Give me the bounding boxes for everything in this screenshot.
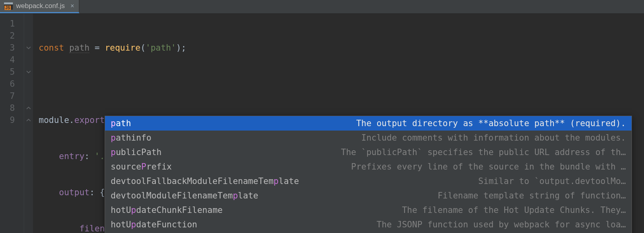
keyword: const [39,43,64,53]
autocomplete-item-description: The `publicPath` specifies the public UR… [171,145,626,159]
autocomplete-item-name: devtoolFallbackModuleFilenameTemplate [111,174,309,188]
line-number: 9 [0,114,24,126]
autocomplete-item-description: The filename of the Hot Update Chunks. T… [232,203,626,217]
line-number: 6 [0,78,24,90]
autocomplete-item-name: pathinfo [111,131,161,145]
fold-close-icon[interactable] [24,114,33,126]
autocomplete-item-name: sourcePrefix [111,159,182,174]
line-number-gutter: 1 2 3 4 5 6 7 8 9 [0,14,24,233]
autocomplete-item-description: The output directory as **absolute path*… [141,116,626,131]
line-number: 7 [0,90,24,102]
string: 'path' [146,43,176,53]
autocomplete-item[interactable]: devtoolFallbackModuleFilenameTemplateSim… [105,174,632,188]
fold-open-icon[interactable] [24,66,33,78]
autocomplete-item-name: path [111,116,141,131]
autocomplete-item-name: publicPath [111,145,171,159]
autocomplete-item[interactable]: sourcePrefixPrefixes every line of the s… [105,159,632,174]
fold-close-icon[interactable] [24,102,33,114]
autocomplete-item[interactable]: publicPathThe `publicPath` specifies the… [105,145,632,159]
line-number: 8 [0,102,24,114]
autocomplete-item-description: Include comments with information about … [161,131,626,145]
autocomplete-item-description: Filename template string of function… [268,188,626,203]
close-icon[interactable]: × [70,2,74,10]
autocomplete-item-name: hotUpdateFunction [111,217,207,232]
editor-tab[interactable]: webpack.conf.js × [0,0,79,13]
autocomplete-item-name: devtoolModuleFilenameTemplate [111,188,268,203]
js-file-icon [4,2,13,10]
line-number: 1 [0,18,24,30]
autocomplete-item[interactable]: hotUpdateChunkFilenameThe filename of th… [105,203,632,217]
line-number: 5 [0,66,24,78]
autocomplete-item-description: The JSONP function used by webpack for a… [207,217,626,232]
line-number: 4 [0,54,24,66]
autocomplete-item-description: Prefixes every line of the source in the… [182,159,626,174]
identifier: path [69,43,90,53]
autocomplete-item[interactable]: pathThe output directory as **absolute p… [105,116,632,131]
autocomplete-popup: pathThe output directory as **absolute p… [105,116,632,233]
fold-open-icon[interactable] [24,42,33,54]
fold-gutter [24,14,33,233]
tab-filename: webpack.conf.js [16,2,65,10]
tab-bar: webpack.conf.js × [0,0,644,14]
autocomplete-item-name: hotUpdateChunkFilename [111,203,232,217]
autocomplete-item-description: Similar to `output.devtoolMo… [309,174,626,188]
line-number: 2 [0,30,24,42]
autocomplete-item[interactable]: pathinfoInclude comments with informatio… [105,131,632,145]
autocomplete-item[interactable]: devtoolModuleFilenameTemplateFilename te… [105,188,632,203]
line-number: 3 [0,42,24,54]
editor-area: 1 2 3 4 5 6 7 8 9 const path = require('… [0,14,644,233]
function: require [105,43,140,53]
autocomplete-item[interactable]: hotUpdateFunctionThe JSONP function used… [105,217,632,232]
